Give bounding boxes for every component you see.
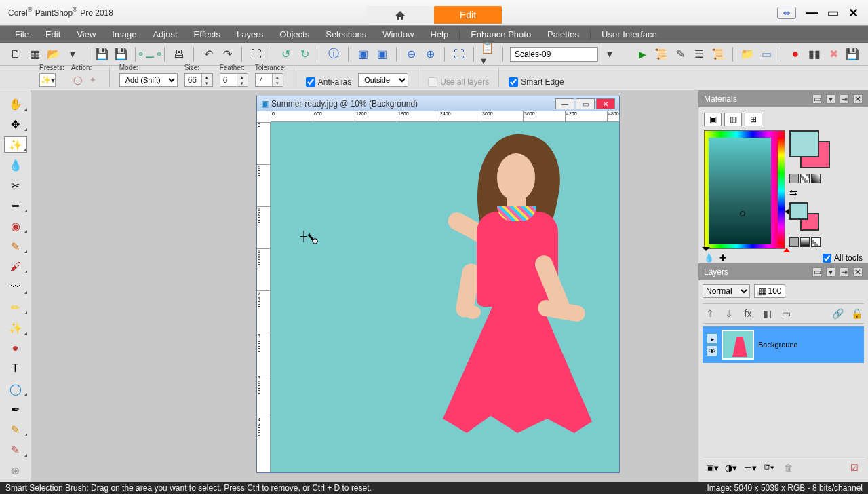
merge-down-icon[interactable]: ⧉▾	[762, 461, 776, 474]
layer-row-background[interactable]: ▸ 👁 Background	[703, 326, 864, 363]
brush-tool[interactable]: ✏	[4, 299, 27, 316]
dropper-tool[interactable]: 💧	[4, 157, 27, 173]
screen-a-icon[interactable]: ▣	[355, 47, 370, 62]
zoom-out-icon[interactable]: ⊖	[403, 47, 418, 62]
clipboard-icon[interactable]: 📋▾	[481, 47, 496, 62]
panel-close-icon[interactable]: ✕	[853, 267, 863, 277]
redeye-tool[interactable]: ◉	[4, 218, 27, 234]
folder-icon[interactable]: 📁	[740, 47, 755, 62]
artmedia-tool[interactable]: ✎	[4, 421, 27, 438]
add-tool[interactable]: ⊕	[4, 462, 27, 478]
info-icon[interactable]: ⓘ	[326, 47, 341, 62]
rotate-left-icon[interactable]: ↺	[278, 47, 293, 62]
canvas[interactable]: ┼⁺	[271, 122, 619, 472]
menu-window[interactable]: Window	[374, 26, 422, 42]
doc-minimize-button[interactable]: —	[555, 98, 574, 109]
script-a-icon[interactable]: 📜	[654, 47, 669, 62]
minimize-button[interactable]: —	[806, 5, 818, 20]
layers-panel-header[interactable]: Layers ▭ ▾ ⇥ ✕	[698, 263, 868, 280]
panel-pin-icon[interactable]: ⇥	[840, 267, 849, 277]
pan-tool[interactable]: ✋	[4, 96, 27, 112]
lighten-tool[interactable]: ✨	[4, 320, 27, 336]
doc-maximize-button[interactable]: ▭	[576, 98, 595, 109]
menu-help[interactable]: Help	[422, 26, 456, 42]
zoom-fit-icon[interactable]: ⛶	[452, 47, 467, 62]
smudge-tool[interactable]: ✎	[4, 442, 27, 458]
mini-swatch[interactable]	[789, 202, 822, 233]
mask-layer-icon[interactable]: ▭▾	[743, 461, 757, 474]
action-add-icon[interactable]: ◯	[71, 73, 85, 87]
print-icon[interactable]: 🖶	[172, 47, 186, 62]
panel-close-icon[interactable]: ✕	[853, 94, 863, 104]
size-spinner[interactable]: 66▴▾	[184, 73, 213, 87]
mat-mode-rainbow[interactable]: ▥	[724, 113, 742, 126]
save-icon[interactable]: 💾	[94, 47, 109, 62]
document-titlebar[interactable]: ▣ Summer-ready.jpg @ 10% (Background) — …	[257, 96, 619, 111]
mode-select[interactable]: Add (Shift)	[119, 73, 178, 87]
script-b-icon[interactable]: 📜	[711, 47, 726, 62]
new-icon[interactable]: 🗋	[8, 47, 23, 62]
share-icon[interactable]: ⚬⚊⚬	[142, 47, 157, 62]
menu-view[interactable]: View	[68, 26, 104, 42]
save-as-icon[interactable]: 💾	[113, 47, 128, 62]
layer-mask-icon[interactable]: ◧	[760, 307, 774, 320]
undo-icon[interactable]: ↶	[201, 47, 216, 62]
adjust-layer-icon[interactable]: ◑▾	[724, 461, 738, 474]
move-tool[interactable]: ✥	[4, 116, 27, 132]
layer-fx-icon[interactable]: fx	[741, 307, 755, 320]
straighten-tool[interactable]: ━	[4, 197, 27, 214]
save-script-icon[interactable]: 💾	[845, 47, 860, 62]
feather-spinner[interactable]: 6▴▾	[220, 73, 248, 87]
screen-b-icon[interactable]: ▣	[374, 47, 389, 62]
mat-mode-swatch[interactable]: ⊞	[745, 113, 762, 126]
menu-palettes[interactable]: Palettes	[539, 26, 587, 42]
text-tool[interactable]: T	[4, 360, 27, 377]
pause-icon[interactable]: ▮▮	[807, 47, 822, 62]
tolerance-spinner[interactable]: 7▴▾	[255, 73, 283, 87]
redo-icon[interactable]: ↷	[220, 47, 235, 62]
script-c-icon[interactable]: ▭	[759, 47, 774, 62]
layer-lock-icon[interactable]: 🔒	[849, 307, 864, 320]
stop-icon[interactable]: ✖	[826, 47, 841, 62]
restore-hint-icon[interactable]: ⇔	[777, 7, 796, 19]
clone-tool[interactable]: 🖌	[4, 259, 27, 275]
color-spectrum[interactable]	[704, 130, 785, 249]
menu-user-interface[interactable]: User Interface	[593, 26, 665, 42]
layer-visibility-icon[interactable]: 👁	[707, 345, 717, 356]
blob-tool[interactable]: ●	[4, 340, 27, 356]
shape-tool[interactable]: ◯	[4, 381, 27, 397]
panel-menu-icon[interactable]: ▾	[826, 267, 835, 277]
panel-pin-icon[interactable]: ⇥	[840, 94, 849, 104]
antialias-checkbox[interactable]: Anti-alias	[306, 77, 351, 87]
match-select[interactable]: Outside	[358, 73, 408, 87]
style-texture-icon[interactable]	[800, 174, 810, 183]
combo-drop-icon[interactable]: ▾	[602, 47, 617, 62]
menu-objects[interactable]: Objects	[271, 26, 317, 42]
tab-edit[interactable]: Edit	[434, 6, 502, 24]
materials-panel-header[interactable]: Materials ▭ ▾ ⇥ ✕	[698, 90, 868, 107]
doc-close-button[interactable]: ✕	[596, 98, 615, 109]
action-remove-icon[interactable]: ✦	[86, 73, 100, 87]
menu-file[interactable]: File	[7, 26, 37, 42]
style2-b-icon[interactable]	[800, 238, 810, 247]
panel-menu-icon[interactable]: ▾	[826, 94, 835, 104]
mat-mode-frame[interactable]: ▣	[704, 113, 722, 126]
menu-selections[interactable]: Selections	[317, 26, 374, 42]
record-icon[interactable]: ●	[788, 47, 803, 62]
add-swatch-icon[interactable]: ✚	[719, 253, 726, 263]
crop-tool[interactable]: ✂	[4, 177, 27, 193]
all-tools-checkbox[interactable]: All tools	[823, 253, 863, 263]
tab-home[interactable]	[366, 6, 434, 24]
resize-icon[interactable]: ⛶	[249, 47, 264, 62]
menu-edit[interactable]: Edit	[37, 26, 68, 42]
layer-settings-icon[interactable]: ☑	[848, 461, 861, 474]
zoom-in-icon[interactable]: ⊕	[422, 47, 437, 62]
close-button[interactable]: ✕	[848, 5, 859, 20]
rotate-right-icon[interactable]: ↻	[297, 47, 312, 62]
selection-brush-tool[interactable]: ✨	[4, 136, 27, 153]
layer-link-icon[interactable]: 🔗	[830, 307, 845, 320]
opacity-field[interactable]: ▦100	[754, 284, 785, 298]
play-icon[interactable]: ▶	[635, 47, 650, 62]
menu-effects[interactable]: Effects	[186, 26, 229, 42]
swap-icon[interactable]: ⇆	[789, 187, 797, 198]
